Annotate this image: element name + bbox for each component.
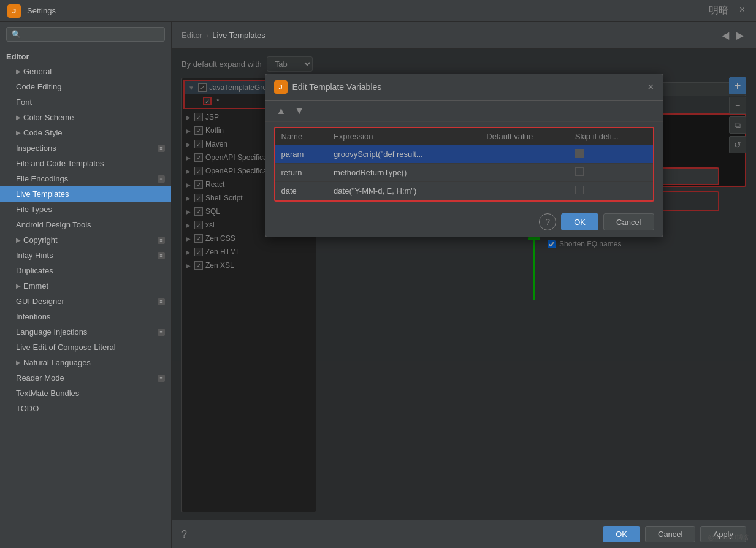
titlebar: J Settings 明暗 × (0, 0, 756, 22)
cancel-button[interactable]: Cancel (645, 526, 695, 542)
cell-default (480, 164, 568, 182)
sidebar-item-file-code-templates[interactable]: File and Code Templates (0, 156, 171, 171)
sidebar-item-label: Emmet (23, 281, 48, 291)
sidebar-item-label: TextMate Bundles (16, 389, 79, 398)
nav-back-button[interactable]: ◀ (719, 28, 731, 42)
window-controls: 明暗 × (705, 3, 749, 18)
col-skip: Skip if defi... (569, 128, 653, 145)
dialog-help-button[interactable]: ? (539, 213, 556, 230)
settings-window: J Settings 明暗 × Editor ▶ General Code Ed… (0, 0, 756, 548)
table-row[interactable]: return methodReturnType() (275, 164, 653, 182)
dialog-header: J Edit Template Variables × (265, 74, 663, 101)
sidebar-item-natural-languages[interactable]: ▶ Natural Languages (0, 355, 171, 370)
arrow-icon: ▶ (16, 359, 21, 366)
ok-button[interactable]: OK (603, 526, 640, 542)
cell-name: return (275, 164, 328, 182)
nav-arrows: ◀ ▶ (719, 28, 746, 42)
search-input[interactable] (6, 27, 165, 42)
sidebar-item-label: GUI Designer (16, 297, 64, 306)
sidebar: Editor ▶ General Code Editing Font ▶ Col… (0, 22, 172, 548)
sidebar-item-general[interactable]: ▶ General (0, 64, 171, 79)
sidebar-item-language-injections[interactable]: Language Injections ≡ (0, 324, 171, 340)
dialog-cancel-button[interactable]: Cancel (603, 213, 654, 230)
dialog-toolbar: ▲ ▼ (265, 101, 663, 122)
cell-default (480, 182, 568, 200)
window-minimize[interactable]: 明暗 (705, 3, 732, 18)
sidebar-item-label: General (23, 67, 52, 76)
arrow-icon: ▶ (16, 129, 21, 136)
main-header: Editor › Live Templates ◀ ▶ (172, 22, 756, 49)
dialog-move-up-button[interactable]: ▲ (274, 104, 289, 118)
sidebar-item-label: Inlay Hints (16, 251, 53, 260)
nav-forward-button[interactable]: ▶ (734, 28, 746, 42)
skip-checkbox[interactable] (575, 186, 584, 194)
badge-icon: ≡ (158, 329, 165, 336)
cell-name: param (275, 145, 328, 164)
window-close[interactable]: × (736, 3, 749, 18)
sidebar-item-label: Copyright (23, 235, 58, 245)
col-default: Default value (480, 128, 568, 145)
sidebar-item-label: Live Templates (16, 189, 69, 199)
sidebar-item-file-types[interactable]: File Types (0, 202, 171, 217)
edit-template-variables-dialog: J Edit Template Variables × ▲ ▼ (265, 74, 663, 237)
sidebar-section-editor: Editor (0, 47, 171, 64)
table-row[interactable]: date date("Y-MM-d, E, H:m") (275, 182, 653, 200)
breadcrumb-sep: › (206, 31, 208, 40)
variables-table: Name Expression Default value Skip if de… (275, 128, 653, 200)
cell-name: date (275, 182, 328, 200)
sidebar-item-label: Code Style (23, 128, 63, 137)
sidebar-item-color-scheme[interactable]: ▶ Color Scheme (0, 110, 171, 125)
badge-icon: ≡ (158, 175, 165, 183)
cell-expression: date("Y-MM-d, E, H:m") (327, 182, 480, 200)
sidebar-item-live-edit-compose[interactable]: Live Edit of Compose Literal (0, 340, 171, 355)
sidebar-item-label: Code Editing (16, 82, 61, 91)
dialog-table-wrapper: Name Expression Default value Skip if de… (274, 127, 654, 202)
badge-icon: ≡ (158, 375, 165, 382)
skip-checkbox[interactable] (575, 149, 584, 158)
dialog-move-down-button[interactable]: ▼ (292, 104, 307, 118)
badge-icon: ≡ (158, 252, 165, 259)
sidebar-item-emmet[interactable]: ▶ Emmet (0, 278, 171, 294)
sidebar-item-reader-mode[interactable]: Reader Mode ≡ (0, 370, 171, 386)
breadcrumb-parent[interactable]: Editor (181, 31, 202, 40)
sidebar-item-gui-designer[interactable]: GUI Designer ≡ (0, 294, 171, 309)
col-name: Name (275, 128, 328, 145)
table-row[interactable]: param groovyScript("def result... (275, 145, 653, 164)
col-expression: Expression (327, 128, 480, 145)
sidebar-item-intentions[interactable]: Intentions (0, 309, 171, 324)
arrow-icon: ▶ (16, 237, 21, 243)
cell-expression: methodReturnType() (327, 164, 480, 182)
sidebar-item-live-templates[interactable]: Live Templates (0, 186, 171, 202)
sidebar-item-file-encodings[interactable]: File Encodings ≡ (0, 171, 171, 186)
sidebar-item-inlay-hints[interactable]: Inlay Hints ≡ (0, 248, 171, 263)
sidebar-item-label: File Encodings (16, 174, 68, 183)
window-title: Settings (27, 6, 705, 15)
dialog-ok-button[interactable]: OK (561, 213, 598, 230)
bottom-bar: ? OK Cancel Apply (172, 520, 756, 548)
sidebar-item-label: TODO (16, 404, 39, 413)
sidebar-item-label: Live Edit of Compose Literal (16, 343, 116, 352)
cell-skip (569, 145, 653, 164)
main-content: Editor ▶ General Code Editing Font ▶ Col… (0, 22, 756, 548)
sidebar-item-label: Font (16, 97, 32, 107)
sidebar-item-label: Duplicates (16, 266, 53, 275)
breadcrumb-current: Live Templates (212, 31, 265, 40)
sidebar-item-font[interactable]: Font (0, 94, 171, 110)
sidebar-item-textmate-bundles[interactable]: TextMate Bundles (0, 386, 171, 401)
sidebar-item-label: Color Scheme (23, 113, 74, 122)
sidebar-item-code-editing[interactable]: Code Editing (0, 79, 171, 94)
dialog-close-button[interactable]: × (647, 81, 654, 94)
sidebar-item-duplicates[interactable]: Duplicates (0, 263, 171, 278)
sidebar-item-android-design-tools[interactable]: Android Design Tools (0, 217, 171, 232)
sidebar-item-copyright[interactable]: ▶ Copyright ≡ (0, 232, 171, 248)
skip-checkbox[interactable] (575, 167, 584, 176)
sidebar-item-code-style[interactable]: ▶ Code Style (0, 125, 171, 140)
sidebar-item-inspections[interactable]: Inspections ≡ (0, 140, 171, 156)
cell-skip (569, 182, 653, 200)
arrow-icon: ▶ (16, 283, 21, 289)
sidebar-item-label: Intentions (16, 312, 50, 321)
watermark: @51CTO博客 (708, 533, 750, 542)
sidebar-item-todo[interactable]: TODO (0, 401, 171, 416)
badge-icon: ≡ (158, 237, 165, 244)
help-button[interactable]: ? (181, 529, 187, 540)
